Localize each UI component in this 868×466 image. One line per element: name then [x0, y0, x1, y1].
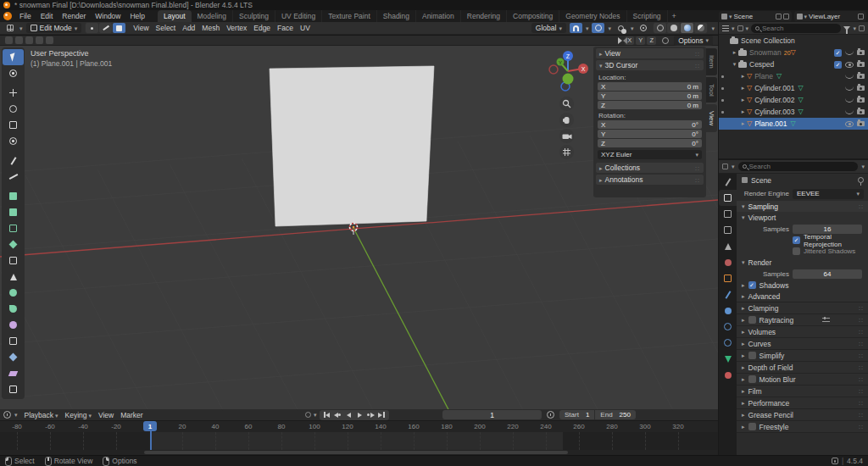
tool-inset-faces[interactable]: [3, 220, 24, 236]
view-layer-selector[interactable]: ▾ ViewLayer: [794, 11, 867, 21]
n-panel-tab-tool[interactable]: Tool: [706, 77, 717, 103]
render-samples-field[interactable]: 64: [793, 269, 862, 279]
start-frame-field[interactable]: Start1: [559, 410, 594, 419]
eye-closed-icon[interactable]: [845, 110, 854, 114]
properties-search-input[interactable]: Search: [738, 162, 859, 171]
display-mode-icon[interactable]: [737, 25, 743, 31]
properties-tab-object[interactable]: [719, 270, 737, 286]
solid-shading-button[interactable]: [667, 23, 680, 33]
temporal-reprojection-row[interactable]: ✓Temporal Reprojection: [737, 235, 868, 246]
timeline-editor-icon[interactable]: [3, 411, 11, 419]
eye-closed-icon[interactable]: [845, 98, 854, 103]
tool-cursor[interactable]: [3, 65, 24, 81]
viewport-menu-view[interactable]: View: [130, 23, 152, 33]
gizmos-toggle[interactable]: [637, 23, 649, 33]
previous-keyframe-button[interactable]: [332, 410, 343, 419]
render-visibility-camera-icon[interactable]: [857, 62, 865, 67]
outliner-filter-dropdown-icon[interactable]: [722, 25, 729, 31]
workspace-tab-compositing[interactable]: Compositing: [507, 10, 559, 22]
tool-loop-cut[interactable]: [3, 252, 24, 269]
panel-curves[interactable]: ▸Curves::: [737, 338, 868, 350]
rendered-shading-button[interactable]: [694, 23, 707, 33]
snap-toggle[interactable]: [570, 23, 582, 33]
select-mode-subtract-icon[interactable]: [25, 36, 33, 44]
proportional-editing-toggle[interactable]: [592, 23, 604, 33]
3d-viewport[interactable]: User Perspective (1) Plane.001 | Plane.0…: [0, 46, 718, 409]
jittered-shadows-row[interactable]: Jittered Shadows: [737, 246, 868, 257]
auto-keying-icon[interactable]: [305, 412, 311, 418]
workspace-tab-rendering[interactable]: Rendering: [461, 10, 507, 22]
rotation-order-select[interactable]: XYZ Euler▾: [598, 150, 702, 159]
n-panel-tab-item[interactable]: Item: [706, 48, 717, 75]
tool-shear[interactable]: [3, 365, 24, 381]
mode-select[interactable]: Edit Mode▾: [26, 23, 82, 33]
properties-tab-render[interactable]: [719, 190, 737, 206]
panel-view[interactable]: ▸View::: [596, 48, 704, 58]
unpin-icon[interactable]: [776, 14, 782, 19]
tool-poly-build[interactable]: [3, 285, 24, 301]
pin-icon[interactable]: [858, 177, 864, 183]
tool-smooth[interactable]: [3, 317, 24, 333]
tool-move[interactable]: [3, 85, 24, 101]
workspace-tab-shading[interactable]: Shading: [377, 10, 416, 22]
current-frame-field[interactable]: 1: [442, 410, 542, 419]
properties-options-icon[interactable]: ▾: [861, 164, 865, 169]
outliner-row-scene-collection[interactable]: Scene Collection: [719, 35, 868, 47]
menu-file[interactable]: File: [15, 11, 36, 21]
timeline-track[interactable]: [0, 432, 718, 450]
panel-film[interactable]: ▸Film::: [737, 386, 868, 397]
falloff-icon[interactable]: [659, 36, 671, 46]
panel-checkbox[interactable]: [748, 375, 756, 383]
menu-window[interactable]: Window: [91, 11, 125, 21]
properties-tab-material[interactable]: [719, 367, 737, 383]
viewport-menu-face[interactable]: Face: [274, 23, 297, 33]
eye-closed-icon[interactable]: [845, 86, 854, 91]
viewport-menu-vertex[interactable]: Vertex: [223, 23, 250, 33]
transform-orientation-select[interactable]: Global▾: [531, 23, 566, 33]
outliner-row-cylinder-003[interactable]: ▸▽Cylinder.003▽: [719, 106, 868, 118]
cursor-location-y[interactable]: Y0 m: [598, 92, 702, 100]
jump-to-start-button[interactable]: [321, 410, 332, 419]
scrollbar-handle[interactable]: [144, 451, 568, 454]
end-frame-field[interactable]: End250: [595, 410, 636, 419]
add-workspace-button[interactable]: +: [668, 12, 681, 20]
tool-options-button[interactable]: Options▾: [674, 36, 713, 46]
outliner-row-plane-001[interactable]: ▸▽Plane.001▽: [719, 118, 868, 130]
panel-freestyle[interactable]: ▸Freestyle::: [737, 421, 868, 433]
properties-tab-data[interactable]: [719, 351, 737, 367]
properties-tab-output[interactable]: [719, 206, 737, 222]
eye-open-icon[interactable]: [845, 62, 854, 68]
new-view-layer-icon[interactable]: [858, 14, 864, 19]
panel-3d-cursor[interactable]: ▾3D Cursor::: [596, 60, 704, 70]
workspace-tab-scripting[interactable]: Scripting: [627, 10, 668, 22]
jump-to-end-button[interactable]: [376, 410, 387, 419]
eye-closed-icon[interactable]: [845, 51, 854, 55]
panel-performance[interactable]: ▸Performance::: [737, 397, 868, 409]
workspace-tab-animation[interactable]: Animation: [416, 10, 461, 22]
menu-edit[interactable]: Edit: [36, 11, 58, 21]
panel-grease-pencil[interactable]: ▸Grease Pencil::: [737, 409, 868, 421]
menu-render[interactable]: Render: [58, 11, 90, 21]
properties-tab-world[interactable]: [719, 254, 737, 270]
shadows-subpanel-header[interactable]: ▸✓Shadows: [737, 280, 868, 291]
tool-annotate[interactable]: [3, 153, 24, 169]
outliner-row-plane[interactable]: ▸▽Plane▽: [719, 70, 868, 82]
panel-volumes[interactable]: ▸Volumes::: [737, 326, 868, 338]
tool-bevel[interactable]: [3, 236, 24, 252]
panel-clamping[interactable]: ▸Clamping::: [737, 302, 868, 314]
exclude-checkbox[interactable]: ✓: [834, 61, 842, 69]
tool-rip-region[interactable]: [3, 381, 24, 397]
outliner-search-input[interactable]: Search: [751, 24, 841, 33]
tool-measure[interactable]: [3, 169, 24, 185]
tool-spin[interactable]: [3, 301, 24, 317]
panel-simplify[interactable]: ▸Simplify::: [737, 350, 868, 362]
new-scene-icon[interactable]: [783, 14, 789, 19]
panel-depth-of-field[interactable]: ▸Depth of Field::: [737, 362, 868, 374]
cursor-location-x[interactable]: X0 m: [598, 82, 702, 91]
render-subpanel-header[interactable]: ▾Render: [737, 257, 868, 268]
ortho-toggle-icon[interactable]: [559, 145, 574, 159]
tool-knife[interactable]: [3, 269, 24, 285]
workspace-tab-uv-editing[interactable]: UV Editing: [275, 10, 322, 22]
timeline-menu-keying[interactable]: Keying ▾: [61, 410, 94, 420]
timeline-menu-view[interactable]: View: [95, 410, 117, 420]
